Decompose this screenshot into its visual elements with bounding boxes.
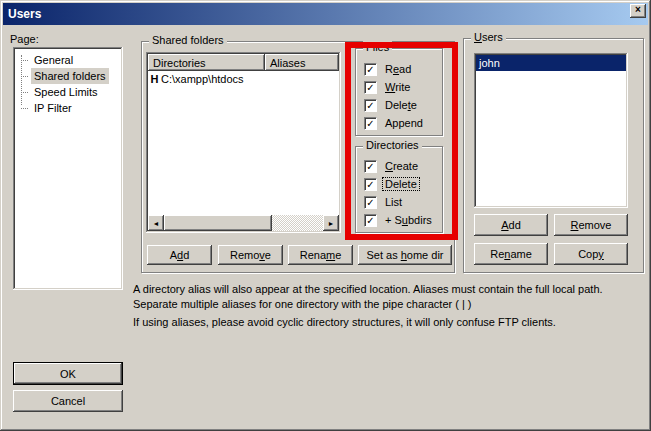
- folder-rename-button[interactable]: Rename: [288, 245, 353, 265]
- folder-add-button[interactable]: Add: [147, 245, 212, 265]
- delete-dirs-label: Delete: [383, 178, 419, 190]
- subdirs-label: + Subdirs: [383, 214, 434, 226]
- checkbox-row-create: ✓ Create: [356, 157, 442, 175]
- page-list: General Shared folders Speed Limits IP F…: [13, 47, 123, 290]
- delete-dirs-checkbox[interactable]: ✓: [364, 178, 377, 191]
- write-checkbox[interactable]: ✓: [364, 81, 377, 94]
- checkbox-row-append: ✓ Append: [356, 114, 442, 132]
- directories-group-label: Directories: [363, 139, 422, 151]
- append-label: Append: [383, 117, 425, 129]
- directories-permissions-group: Directories ✓ Create ✓ Delete ✓ List ✓ +…: [355, 146, 443, 233]
- checkbox-row-write: ✓ Write: [356, 78, 442, 96]
- close-icon[interactable]: ×: [630, 4, 646, 18]
- list-header: Directories Aliases: [148, 54, 339, 71]
- delete-files-label: Delete: [383, 99, 419, 111]
- read-label: Read: [383, 63, 413, 75]
- user-rename-button[interactable]: Rename: [474, 243, 548, 265]
- sidebar-item-label: Speed Limits: [31, 84, 101, 100]
- scroll-left-icon[interactable]: ◄: [148, 215, 164, 231]
- folder-remove-button[interactable]: Remove: [218, 245, 283, 265]
- home-flag: H: [148, 73, 161, 85]
- checkbox-row-read: ✓ Read: [356, 60, 442, 78]
- checkbox-row-delete-dirs: ✓ Delete: [356, 175, 442, 193]
- users-list: john: [474, 53, 628, 208]
- sidebar-item-label: IP Filter: [31, 100, 75, 116]
- set-home-dir-button[interactable]: Set as home dir: [358, 245, 452, 265]
- sidebar-item-general[interactable]: General: [13, 52, 123, 68]
- column-header-directories[interactable]: Directories: [148, 54, 265, 71]
- user-add-button[interactable]: Add: [474, 214, 548, 236]
- write-label: Write: [383, 81, 412, 93]
- checkbox-row-delete-files: ✓ Delete: [356, 96, 442, 114]
- files-group-label: Files: [363, 41, 392, 53]
- create-checkbox[interactable]: ✓: [364, 160, 377, 173]
- users-group-label: Users: [471, 31, 506, 43]
- page-label: Page:: [10, 33, 39, 45]
- column-header-aliases[interactable]: Aliases: [265, 54, 339, 71]
- window-title: Users: [8, 7, 41, 21]
- checkbox-row-list: ✓ List: [356, 193, 442, 211]
- read-checkbox[interactable]: ✓: [364, 63, 377, 76]
- cyclic-note: If using aliases, please avoid cyclic di…: [133, 315, 638, 330]
- shared-folders-group-label: Shared folders: [149, 34, 227, 46]
- subdirs-checkbox[interactable]: ✓: [364, 214, 377, 227]
- sidebar-item-ip-filter[interactable]: IP Filter: [13, 100, 123, 116]
- directory-row[interactable]: H C:\xampp\htdocs: [148, 71, 339, 86]
- user-remove-button[interactable]: Remove: [554, 214, 628, 236]
- checkbox-row-subdirs: ✓ + Subdirs: [356, 211, 442, 229]
- user-copy-button[interactable]: Copy: [554, 243, 628, 265]
- alias-note: A directory alias will also appear at th…: [133, 282, 638, 312]
- directory-path: C:\xampp\htdocs: [161, 73, 244, 85]
- sidebar-item-label: General: [31, 52, 76, 68]
- list-checkbox[interactable]: ✓: [364, 196, 377, 209]
- create-label: Create: [383, 160, 420, 172]
- scrollbar-thumb[interactable]: [164, 215, 272, 231]
- user-row-john[interactable]: john: [476, 55, 626, 71]
- list-label: List: [383, 196, 404, 208]
- append-checkbox[interactable]: ✓: [364, 117, 377, 130]
- sidebar-item-label: Shared folders: [31, 68, 109, 84]
- scroll-right-icon[interactable]: ►: [323, 215, 339, 231]
- delete-files-checkbox[interactable]: ✓: [364, 99, 377, 112]
- ok-button[interactable]: OK: [13, 362, 123, 385]
- sidebar-item-shared-folders[interactable]: Shared folders: [13, 68, 123, 84]
- horizontal-scrollbar[interactable]: ◄ ►: [148, 215, 339, 231]
- users-dialog: Users × Page: General Shared folders Spe…: [0, 0, 651, 431]
- titlebar[interactable]: Users: [3, 3, 648, 25]
- sidebar-item-speed-limits[interactable]: Speed Limits: [13, 84, 123, 100]
- cancel-button[interactable]: Cancel: [13, 390, 123, 412]
- directories-list: Directories Aliases H C:\xampp\htdocs ◄ …: [146, 52, 341, 233]
- files-permissions-group: Files ✓ Read ✓ Write ✓ Delete ✓ Append: [355, 48, 443, 136]
